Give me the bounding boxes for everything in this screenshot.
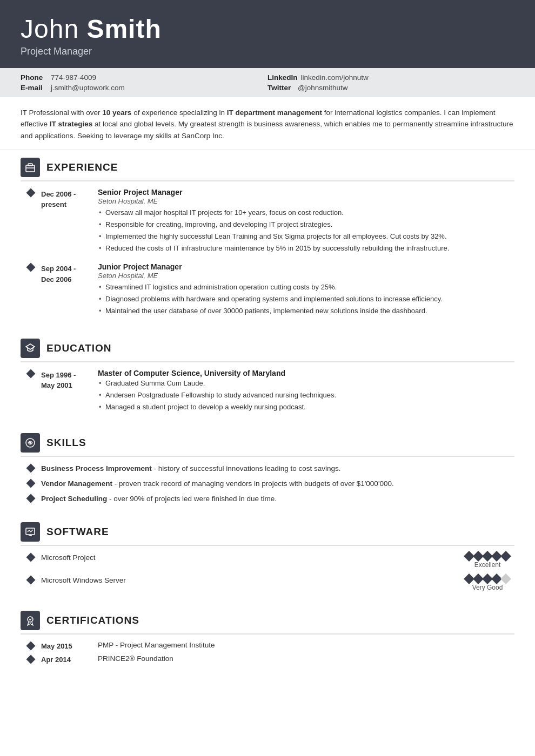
sw-rating-1: Excellent	[460, 552, 514, 569]
software-section: SOFTWARE Microsoft Project Excellent	[0, 515, 535, 603]
skill-bullet-2	[21, 478, 41, 487]
svg-rect-0	[26, 165, 35, 172]
linkedin-label: LinkedIn	[268, 73, 298, 82]
skills-icon	[21, 433, 40, 453]
skill-bullet-3	[21, 494, 41, 502]
rating-label-1: Excellent	[474, 561, 501, 569]
list-item: Maintained the user database of over 300…	[98, 306, 514, 316]
entry-company-1: Seton Hospital, ME	[98, 197, 514, 205]
summary-section: IT Professional with over 10 years of ex…	[0, 97, 535, 150]
education-header: EDUCATION	[21, 339, 514, 362]
sw-diamond-2	[26, 575, 36, 584]
entry-bullets-1: Oversaw all major hospital IT projects f…	[98, 207, 514, 254]
skill-diamond-2	[26, 479, 36, 488]
entry-role-1: Senior Project Manager	[98, 188, 514, 197]
certifications-title: CERTIFICATIONS	[46, 615, 139, 626]
linkedin-value: linkedin.com/johnutw	[301, 73, 369, 82]
diamond-icon-2	[26, 263, 36, 272]
edu-diamond-1	[26, 369, 36, 378]
list-item: Responsible for creating, improving, and…	[98, 219, 514, 230]
skill-text-2: Vendor Management - proven track record …	[41, 478, 394, 489]
cert-name-1: PMP - Project Management Institute	[98, 641, 215, 650]
skill-entry-2: Vendor Management - proven track record …	[21, 478, 514, 489]
sw-content-2: Microsoft Windows Server	[41, 575, 460, 585]
software-entry-1: Microsoft Project Excellent	[21, 552, 514, 569]
experience-header: EXPERIENCE	[21, 158, 514, 181]
education-title: EDUCATION	[46, 342, 112, 354]
cert-date-1: May 2015	[41, 641, 98, 650]
skills-header: SKILLS	[21, 433, 514, 457]
edu-bullet-1	[21, 369, 41, 414]
cert-bullet-1	[21, 641, 41, 650]
sw-rating-2: Very Good	[460, 575, 514, 591]
skill-diamond-1	[26, 463, 36, 473]
skill-bullet-1	[21, 463, 41, 471]
skill-text-1: Business Process Improvement - history o…	[41, 463, 341, 474]
entry-content-1: Senior Project Manager Seton Hospital, M…	[98, 188, 514, 255]
rating-dots-2	[465, 575, 510, 583]
edu-content-1: Master of Computer Science, University o…	[98, 369, 514, 414]
skill-diamond-3	[26, 494, 36, 503]
software-title: SOFTWARE	[46, 526, 109, 538]
edu-degree-1: Master of Computer Science, University o…	[98, 369, 514, 377]
software-icon	[21, 522, 40, 542]
cert-entry-2: Apr 2014 PRINCE2® Foundation	[21, 654, 514, 664]
entry-company-2: Seton Hospital, ME	[98, 272, 514, 280]
first-name: John	[21, 15, 86, 43]
twitter-value: @johnsmithutw	[298, 84, 348, 92]
last-name: Smith	[86, 15, 161, 43]
experience-icon	[21, 158, 40, 177]
summary-text: IT Professional with over 10 years of ex…	[21, 109, 513, 140]
cert-bullet-2	[21, 654, 41, 664]
contact-linkedin: LinkedIn linkedin.com/johnutw	[268, 73, 514, 82]
entry-role-2: Junior Project Manager	[98, 262, 514, 271]
education-entry-1: Sep 1996 - May 2001 Master of Computer S…	[21, 369, 514, 414]
experience-title: EXPERIENCE	[46, 161, 118, 173]
bullet-1	[21, 188, 41, 255]
list-item: Andersen Postgraduate Fellowship to stud…	[98, 390, 514, 401]
phone-value: 774-987-4009	[51, 73, 96, 82]
contact-col-left: Phone 774-987-4009 E-mail j.smith@uptowo…	[21, 73, 268, 92]
dot-empty	[500, 573, 511, 584]
certifications-icon	[21, 611, 40, 630]
resume: John Smith Project Manager Phone 774-987…	[0, 0, 535, 756]
diamond-icon-1	[26, 188, 36, 197]
skills-section: SKILLS Business Process Improvement - hi…	[0, 426, 535, 515]
skill-entry-3: Project Scheduling - over 90% of project…	[21, 494, 514, 504]
header-title: Project Manager	[21, 46, 514, 57]
list-item: Diagnosed problems with hardware and ope…	[98, 294, 514, 305]
email-value: j.smith@uptowork.com	[51, 84, 125, 92]
list-item: Implemented the highly successful Lean T…	[98, 231, 514, 242]
edu-dates-1: Sep 1996 - May 2001	[41, 369, 98, 414]
skill-text-3: Project Scheduling - over 90% of project…	[41, 494, 277, 504]
svg-rect-1	[28, 164, 32, 166]
header-name: John Smith	[21, 15, 514, 44]
twitter-label: Twitter	[268, 84, 295, 92]
dot	[500, 551, 511, 562]
list-item: Oversaw all major hospital IT projects f…	[98, 207, 514, 218]
phone-label: Phone	[21, 73, 48, 82]
education-icon	[21, 339, 40, 358]
experience-section: EXPERIENCE Dec 2006 - present Senior Pro…	[0, 150, 535, 331]
experience-entry-1: Dec 2006 - present Senior Project Manage…	[21, 188, 514, 255]
bullet-2	[21, 262, 41, 318]
list-item: Streamlined IT logistics and administrat…	[98, 282, 514, 293]
cert-entry-1: May 2015 PMP - Project Management Instit…	[21, 641, 514, 650]
cert-name-2: PRINCE2® Foundation	[98, 654, 173, 664]
list-item: Graduated Summa Cum Laude.	[98, 378, 514, 389]
email-label: E-mail	[21, 84, 48, 92]
certifications-header: CERTIFICATIONS	[21, 611, 514, 634]
sw-bullet-2	[21, 575, 41, 583]
svg-point-5	[29, 442, 31, 444]
entry-dates-1: Dec 2006 - present	[41, 188, 98, 255]
cert-diamond-2	[26, 654, 36, 664]
contact-bar: Phone 774-987-4009 E-mail j.smith@uptowo…	[0, 68, 535, 97]
list-item: Managed a student project to develop a w…	[98, 402, 514, 413]
edu-bullets-1: Graduated Summa Cum Laude. Andersen Post…	[98, 378, 514, 413]
sw-diamond-1	[26, 552, 36, 562]
cert-diamond-1	[26, 641, 36, 650]
certifications-section: CERTIFICATIONS May 2015 PMP - Project Ma…	[0, 603, 535, 673]
education-section: EDUCATION Sep 1996 - May 2001 Master of …	[0, 331, 535, 426]
rating-label-2: Very Good	[472, 584, 503, 591]
sw-content-1: Microsoft Project	[41, 552, 460, 562]
